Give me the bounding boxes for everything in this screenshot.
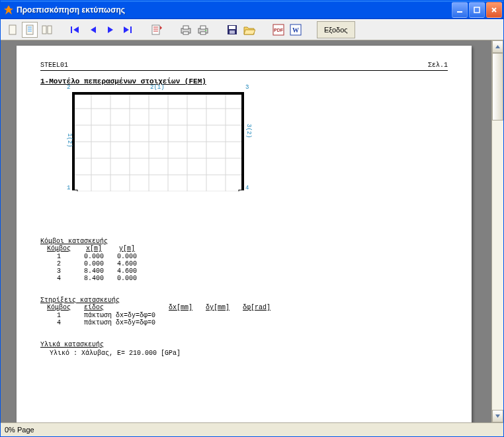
window-buttons [452, 2, 502, 18]
supports-block: Στηρίξεις κατασκευής Κόμβος είδος δx[mm]… [40, 297, 448, 326]
svg-rect-3 [26, 25, 33, 34]
table-row: 1πάκτωση δx=δy=δφ=0 [40, 312, 277, 319]
node-3-label: 3 [245, 84, 249, 91]
export-pdf-icon[interactable]: PDF [271, 22, 286, 38]
beam-right-label: 3(2) [245, 124, 252, 138]
svg-rect-6 [71, 26, 72, 33]
materials-title: Υλικά κατασκευής [40, 341, 448, 348]
svg-point-15 [205, 30, 206, 31]
page-fit-icon[interactable] [22, 22, 38, 38]
nodes-h2: x[m] [77, 245, 110, 253]
nodes-h1: Κόμβος [40, 245, 77, 253]
table-row: 4πάκτωση δx=δy=δφ=0 [40, 319, 277, 326]
beam-left-label: 1(2) [66, 133, 73, 148]
export-word-icon[interactable]: W [288, 22, 304, 38]
svg-rect-13 [200, 26, 206, 29]
svg-rect-10 [183, 26, 189, 29]
svg-rect-8 [152, 25, 159, 34]
svg-rect-11 [183, 32, 189, 34]
materials-block: Υλικά κατασκευής Υλικό : Χάλυβας, E= 210… [40, 341, 448, 357]
close-button[interactable] [486, 2, 502, 18]
page-area: STEEL01 Σελ.1 1-Μοντέλο πεπερασμένων στο… [1, 40, 491, 422]
svg-rect-17 [229, 26, 235, 29]
scroll-track[interactable] [492, 53, 503, 410]
svg-rect-1 [474, 7, 480, 13]
page-header: STEEL01 Σελ.1 [40, 62, 448, 71]
node-4-label: 4 [245, 185, 249, 191]
nav-prev-icon[interactable] [85, 22, 101, 38]
app-icon [3, 5, 14, 15]
frame-icon [72, 92, 244, 191]
vertical-scrollbar[interactable] [491, 40, 503, 422]
svg-rect-7 [130, 26, 132, 33]
svg-rect-41 [239, 190, 244, 191]
table-row: 38.4004.600 [40, 267, 144, 275]
svg-rect-4 [42, 26, 46, 34]
header-left: STEEL01 [40, 62, 68, 69]
nav-next-icon[interactable] [103, 22, 118, 38]
material-line: Υλικό : Χάλυβας, E= 210.000 [GPa] [40, 348, 448, 357]
svg-rect-40 [72, 190, 77, 191]
header-right: Σελ.1 [428, 62, 448, 69]
table-row: 20.0004.600 [40, 260, 144, 267]
preview-viewport: STEEL01 Σελ.1 1-Μοντέλο πεπερασμένων στο… [1, 40, 503, 422]
toolbar: PDF W Εξοδος [1, 19, 503, 40]
title-bar: Προεπισκόπηση εκτύπωσης [1, 1, 503, 19]
maximize-button[interactable] [469, 2, 485, 18]
scroll-thumb[interactable] [492, 53, 503, 121]
section-1-title: 1-Μοντέλο πεπερασμένων στοιχείων (FEM) [40, 77, 448, 85]
svg-rect-0 [457, 11, 462, 13]
open-icon[interactable] [241, 22, 257, 38]
page-1: STEEL01 Σελ.1 1-Μοντέλο πεπερασμένων στο… [17, 46, 472, 422]
nav-last-icon[interactable] [120, 22, 136, 38]
nav-first-icon[interactable] [68, 22, 84, 38]
node-2-label: 2 [67, 84, 70, 91]
print-icon[interactable] [195, 22, 211, 38]
exit-button[interactable]: Εξοδος [317, 21, 355, 38]
window-title: Προεπισκόπηση εκτύπωσης [17, 5, 452, 15]
main-window: Προεπισκόπηση εκτύπωσης [0, 0, 504, 437]
table-row: 48.4000.000 [40, 275, 144, 282]
nodes-title: Κόμβοι κατασκευής [40, 238, 448, 245]
svg-text:W: W [292, 26, 299, 34]
scroll-down-icon[interactable] [492, 410, 503, 422]
supports-title: Στηρίξεις κατασκευής [40, 297, 448, 304]
minimize-button[interactable] [452, 2, 468, 18]
svg-text:PDF: PDF [274, 28, 284, 32]
node-1-label: 1 [67, 185, 70, 191]
table-row: 10.0000.000 [40, 253, 144, 260]
nodes-table: Κόμβος x[m] y[m] 10.0000.000 20.0004.600… [40, 245, 144, 282]
status-bar: 0% Page [1, 422, 503, 436]
svg-rect-2 [9, 25, 16, 34]
supports-table: Κόμβος είδος δx[mm] δy[mm] δφ[rad] 1πάκτ… [40, 304, 277, 326]
svg-rect-14 [200, 32, 206, 34]
page-multi-icon[interactable] [39, 22, 55, 38]
list-icon[interactable] [149, 22, 165, 38]
save-icon[interactable] [224, 22, 240, 38]
svg-rect-5 [48, 26, 52, 34]
status-text: 0% Page [5, 426, 34, 434]
beam-top-label: 2(1) [150, 84, 165, 91]
printer-setup-icon[interactable] [178, 22, 194, 38]
nodes-block: Κόμβοι κατασκευής Κόμβος x[m] y[m] 10.00… [40, 238, 448, 282]
fem-diagram: 1 2 3 4 2(1) 1(2) 3(2) [72, 92, 244, 191]
nodes-h3: y[m] [110, 245, 144, 253]
page-single-icon[interactable] [5, 22, 21, 38]
svg-rect-18 [230, 30, 235, 34]
scroll-up-icon[interactable] [492, 40, 503, 53]
